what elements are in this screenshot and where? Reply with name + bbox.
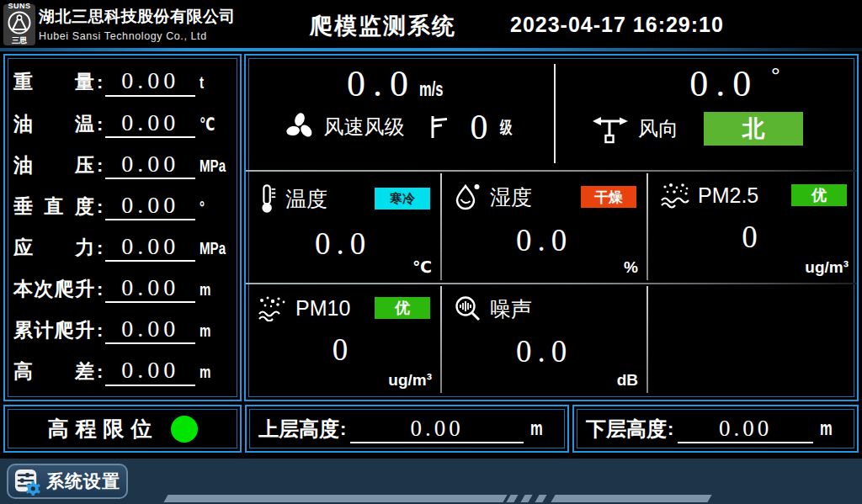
- wind-level-value: 0: [471, 107, 488, 147]
- wind-section-divider: [554, 64, 556, 163]
- noise-meter-icon: [454, 294, 482, 323]
- taskbar-decor-slash: [506, 495, 518, 502]
- measure-row-stress: 应力: 0.00 MPa: [13, 233, 231, 263]
- sensor-panel-noise: 噪声 0.0 dB: [442, 284, 646, 395]
- datetime-display: 2023-04-17 16:29:10: [510, 13, 724, 37]
- sensor-panel-temperature: 温度 寒冷 0.0 ℃: [246, 172, 440, 282]
- pm25-particles-icon: [660, 182, 690, 209]
- wind-direction-section: 0.0 ° 风向 北: [557, 56, 854, 170]
- measure-label: 本次爬升: [13, 276, 94, 302]
- sensor-panel-pm25: PM2.5 优 0 ug/m³: [648, 172, 857, 282]
- measure-label: 重量: [13, 69, 94, 95]
- settings-sliders-gear-icon: [13, 468, 41, 496]
- sensor-label: PM10: [295, 296, 350, 321]
- measure-label: 应力: [13, 235, 94, 261]
- measure-label: 油压: [13, 152, 94, 178]
- wind-speed-value: 0.0: [347, 63, 416, 104]
- upper-height-label: 上层高度: [258, 416, 339, 443]
- sensor-unit: dB: [617, 371, 638, 390]
- measure-row-weight: 重量: 0.00 t: [13, 67, 231, 98]
- sensor-label: 温度: [285, 185, 327, 213]
- measure-label: 累计爬升: [13, 317, 94, 343]
- measure-unit: ℃: [200, 114, 215, 135]
- sensor-label: PM2.5: [698, 183, 758, 208]
- upper-height-box: 上层高度: 0.00 m: [245, 405, 569, 453]
- measure-row-verticality: 垂直度: 0.00 °: [13, 192, 231, 222]
- measure-unit: m: [200, 362, 210, 382]
- measure-row-current-climb: 本次爬升: 0.00 m: [13, 274, 231, 305]
- measure-row-oil-temp: 油温: 0.00 ℃: [13, 109, 231, 140]
- logo-brand-top: SUNS: [4, 3, 35, 10]
- wind-level-flag-icon: [428, 114, 450, 141]
- measure-row-oil-pressure: 油压: 0.00 MPa: [13, 151, 231, 181]
- wind-speed-unit: m/s: [419, 78, 444, 101]
- sensor-panel-humidity: 湿度 干燥 0.0 %: [442, 172, 646, 282]
- upper-height-unit: m: [530, 417, 543, 440]
- measure-unit: m: [200, 279, 210, 300]
- elevation-limit-status-light: [171, 416, 198, 443]
- sensor-value: 0.0: [442, 333, 646, 369]
- measure-label: 油温: [13, 111, 94, 137]
- measure-value: 0.00: [105, 67, 195, 96]
- measure-unit: t: [200, 72, 204, 93]
- measure-value: 0.00: [105, 192, 195, 220]
- measure-value: 0.00: [105, 357, 195, 385]
- settings-button-label: 系统设置: [46, 470, 120, 493]
- system-settings-button[interactable]: 系统设置: [7, 464, 128, 499]
- sensor-value: 0.0: [246, 225, 440, 262]
- measure-row-height-diff: 高差: 0.00 m: [13, 357, 231, 387]
- wind-level-unit: 级: [500, 116, 512, 139]
- company-name: 湖北三思科技股份有限公司 Hubei Sansi Technology Co.,…: [39, 6, 236, 42]
- sensor-value: 0: [246, 332, 440, 368]
- sensor-unit: ug/m³: [805, 258, 849, 277]
- elevation-limit-label: 高程限位: [48, 415, 159, 443]
- lower-height-value: 0.00: [678, 416, 813, 443]
- monitoring-screen: SUNS 三思 湖北三思科技股份有限公司 Hubei Sansi Technol…: [0, 0, 862, 504]
- sensor-unit: %: [624, 258, 638, 277]
- measure-label: 垂直度: [13, 194, 94, 220]
- environment-panel: 0.0 m/s 风速风级: [244, 54, 859, 401]
- wind-speed-label: 风速风级: [324, 114, 405, 141]
- lower-height-box: 下层高度: 0.00 m: [572, 405, 859, 453]
- wind-compass-indicator: 北: [704, 112, 803, 146]
- upper-height-value: 0.00: [350, 416, 524, 443]
- sensor-label: 湿度: [490, 183, 532, 211]
- sensor-panel-pm10: PM10 优 0 ug/m³: [246, 284, 440, 395]
- grid-divider-vertical: [646, 286, 648, 393]
- taskbar-decor-stripe: [163, 495, 507, 502]
- taskbar-decor-stripe: [551, 495, 711, 502]
- lower-height-unit: m: [820, 417, 833, 440]
- wind-direction-unit: °: [771, 63, 780, 89]
- pm10-status-badge: 优: [375, 297, 430, 319]
- taskbar-decor-slash: [535, 495, 546, 502]
- measure-label: 高差: [13, 358, 94, 385]
- fan-icon: [284, 111, 316, 143]
- lower-height-label: 下层高度: [586, 416, 667, 443]
- taskbar-decor-slash: [520, 495, 532, 502]
- measure-unit: MPa: [200, 238, 226, 258]
- thermometer-icon: [258, 182, 278, 215]
- wind-direction-value: 0.0: [689, 63, 758, 104]
- sansi-logo-icon: [7, 10, 32, 35]
- measure-unit: °: [200, 197, 205, 217]
- pm10-particles-icon: [258, 294, 288, 321]
- measure-value: 0.00: [105, 233, 195, 262]
- sensor-label: 噪声: [490, 295, 532, 323]
- measure-row-total-climb: 累计爬升: 0.00 m: [13, 316, 231, 346]
- company-name-cn: 湖北三思科技股份有限公司: [39, 6, 236, 28]
- taskbar: 系统设置: [0, 459, 862, 504]
- wind-direction-label: 风向: [638, 115, 678, 142]
- measurements-sidebar: 重量: 0.00 t 油温: 0.00 ℃ 油压: 0.00 MPa 垂直度: …: [3, 54, 242, 401]
- company-name-en: Hubei Sansi Technology Co., Ltd: [39, 30, 236, 42]
- sensor-unit: ℃: [412, 257, 432, 277]
- measure-value: 0.00: [105, 109, 195, 138]
- measure-value: 0.00: [105, 151, 195, 179]
- header-divider: [0, 48, 862, 51]
- page-title: 爬模监测系统: [286, 11, 480, 41]
- logo-brand-bottom: 三思: [4, 37, 35, 45]
- pm25-status-badge: 优: [791, 184, 847, 206]
- sensor-value: 0: [648, 219, 857, 255]
- sensor-value: 0.0: [442, 222, 646, 258]
- measure-value: 0.00: [105, 274, 195, 303]
- measure-unit: m: [200, 321, 210, 341]
